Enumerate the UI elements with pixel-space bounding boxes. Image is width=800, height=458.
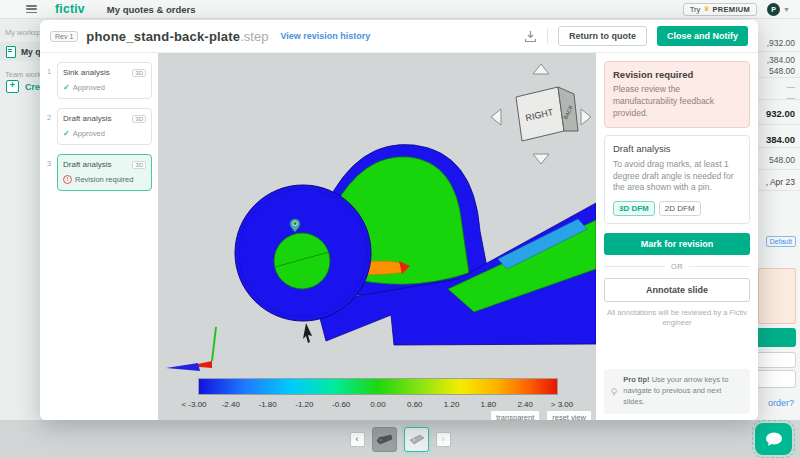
slide-number: 2	[44, 108, 54, 145]
error-icon: !	[63, 175, 72, 184]
slide-title: Sink analysis	[63, 68, 110, 77]
3d-badge: 3D	[132, 161, 146, 169]
dfm-toggle: 3D DFM 2D DFM	[613, 201, 741, 216]
list-item[interactable]: 2 Draft analysis 3D ✓ Approved	[44, 108, 152, 145]
top-bar: fictiv My quotes & orders Try ♛ PREMIUM …	[0, 0, 800, 19]
crown-icon: ♛	[703, 5, 709, 13]
fictiv-logo[interactable]: fictiv	[55, 2, 85, 16]
price-fragment: ,384.00	[767, 55, 795, 65]
analysis-slide-list: 1 Sink analysis 3D ✓ Approved 2 Draft an…	[40, 53, 158, 420]
heatmap-scale-bar	[198, 378, 558, 395]
list-item-selected[interactable]: 3 Draft analysis 3D ! Revision required	[44, 154, 152, 191]
rotate-down-arrow[interactable]	[533, 154, 549, 164]
slide-status: Revision required	[75, 175, 133, 184]
rotate-right-arrow[interactable]	[581, 109, 591, 125]
revision-badge: Rev 1	[50, 31, 78, 42]
secondary-button-fragment[interactable]	[756, 370, 796, 388]
3d-badge: 3D	[132, 115, 146, 123]
file-extension: .step	[240, 29, 268, 44]
quote-doc-icon	[6, 46, 16, 58]
account-menu[interactable]: P ▼	[767, 3, 790, 16]
chevron-down-icon: ▼	[783, 6, 790, 13]
scale-tick: 1.20	[438, 400, 466, 409]
check-icon: ✓	[63, 129, 70, 138]
total-fragment: 384.00	[766, 134, 795, 145]
default-badge: Default	[766, 236, 796, 247]
scale-tick: 1.80	[474, 400, 502, 409]
or-divider: OR	[604, 262, 750, 271]
total-fragment: 932.00	[766, 108, 795, 119]
close-and-notify-button[interactable]: Close and Notify	[657, 26, 748, 46]
alert-title: Revision required	[613, 69, 741, 80]
prev-slide-button[interactable]: ‹	[350, 432, 365, 447]
price-fragment: 548.00	[769, 66, 795, 76]
slide-title: Draft analysis	[63, 114, 111, 123]
lightbulb-icon	[611, 384, 617, 400]
transparent-button[interactable]: transparent	[490, 410, 540, 420]
3d-viewport[interactable]: RIGHT BACK < -3.00 -2.40 -1.80 -1.20 -0.…	[158, 53, 596, 420]
download-icon[interactable]	[524, 30, 537, 43]
slide-thumbnail-current[interactable]	[372, 427, 397, 452]
scale-tick: 2.40	[511, 400, 539, 409]
alert-body: Please review the manufacturability feed…	[613, 84, 741, 120]
slide-nav-bar: ‹ ›	[0, 420, 800, 458]
view-cube[interactable]: RIGHT BACK	[486, 57, 596, 169]
plus-icon: +	[6, 80, 19, 93]
slide-number: 3	[44, 154, 54, 191]
dash-fragment: —	[787, 93, 796, 103]
primary-button-fragment[interactable]	[756, 328, 796, 347]
pro-tip: Pro tip! Use your arrow keys to navigate…	[604, 369, 750, 414]
dash-fragment: —	[787, 82, 796, 92]
scale-tick: -0.60	[327, 400, 355, 409]
check-icon: ✓	[63, 83, 70, 92]
annotate-slide-button[interactable]: Annotate slide	[604, 278, 750, 302]
price-fragment: 548.00	[769, 155, 795, 165]
slide-number: 1	[44, 62, 54, 99]
scale-tick: < -3.00	[180, 400, 208, 409]
hamburger-menu-icon[interactable]	[26, 5, 37, 13]
analysis-title: Draft analysis	[613, 143, 741, 154]
next-slide-button[interactable]: ›	[436, 432, 451, 447]
page-title: My quotes & orders	[107, 4, 196, 15]
rotate-left-arrow[interactable]	[491, 109, 501, 125]
mark-for-revision-button[interactable]: Mark for revision	[604, 233, 750, 255]
price-fragment: ,932.00	[767, 38, 795, 48]
slide-title: Draft analysis	[63, 160, 111, 169]
return-to-quote-button[interactable]: Return to quote	[558, 26, 647, 46]
heatmap-scale-labels: < -3.00 -2.40 -1.80 -1.20 -0.60 0.00 0.6…	[180, 400, 576, 409]
modal-header: Rev 1 phone_stand-back-plate.step View r…	[40, 20, 758, 53]
date-fragment: , Apr 23	[766, 177, 795, 187]
file-name: phone_stand-back-plate	[86, 29, 240, 44]
feedback-panel: Revision required Please review the manu…	[596, 53, 758, 420]
premium-label: PREMIUM	[713, 5, 751, 14]
dfm-review-modal: Rev 1 phone_stand-back-plate.step View r…	[40, 20, 758, 420]
scale-tick: -1.80	[254, 400, 282, 409]
divider	[547, 28, 548, 44]
scale-tick: 0.60	[401, 400, 429, 409]
try-label: Try	[690, 5, 701, 14]
3d-badge: 3D	[132, 69, 146, 77]
list-item[interactable]: 1 Sink analysis 3D ✓ Approved	[44, 62, 152, 99]
secondary-button-fragment[interactable]	[756, 352, 796, 368]
scale-tick: -1.20	[290, 400, 318, 409]
rotate-up-arrow[interactable]	[533, 64, 549, 74]
help-link-fragment[interactable]: order?	[768, 398, 794, 408]
part-thumbnail-icon	[408, 433, 425, 446]
scale-tick: -2.40	[217, 400, 245, 409]
chat-bubble-icon	[765, 432, 783, 447]
dfm-3d-toggle[interactable]: 3D DFM	[613, 201, 655, 216]
revision-required-alert: Revision required Please review the manu…	[604, 61, 750, 128]
protip-label: Pro tip!	[623, 375, 649, 384]
slide-thumbnail-selected[interactable]	[404, 427, 429, 452]
draft-analysis-card: Draft analysis To avoid drag marks, at l…	[604, 135, 750, 225]
dfm-2d-toggle[interactable]: 2D DFM	[659, 201, 701, 216]
scale-tick: 0.00	[364, 400, 392, 409]
slide-status: Approved	[73, 129, 105, 138]
try-premium-button[interactable]: Try ♛ PREMIUM	[683, 3, 757, 16]
chat-button[interactable]	[755, 423, 792, 455]
part-thumbnail-icon	[376, 433, 393, 446]
avatar[interactable]: P	[767, 3, 780, 16]
view-revision-history-link[interactable]: View revision history	[280, 31, 370, 41]
warning-box-fragment	[758, 268, 796, 324]
reset-view-button[interactable]: reset view	[546, 410, 592, 420]
